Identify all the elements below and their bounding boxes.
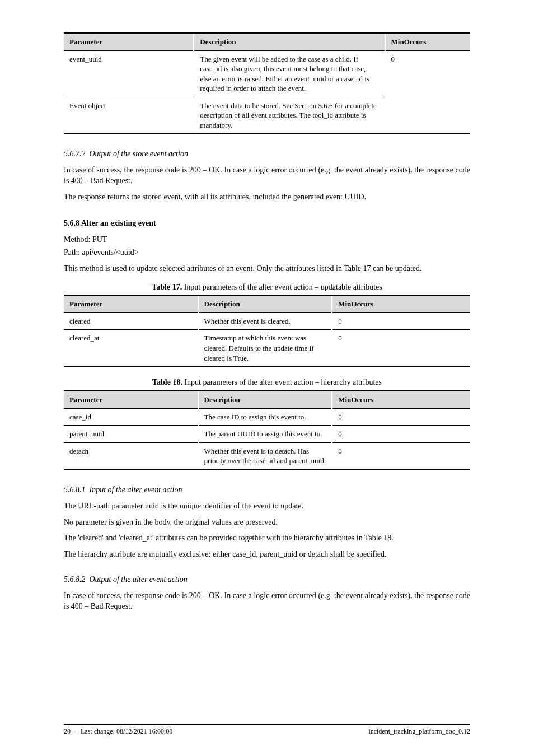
cell: 0: [332, 408, 470, 426]
caption-bold: Table 18.: [152, 378, 182, 386]
paragraph: In case of success, the response code is…: [64, 165, 470, 186]
caption-rest: Input parameters of the alter event acti…: [182, 378, 382, 386]
cell: cleared_at: [64, 330, 198, 367]
table17-caption: Table 17. Input parameters of the alter …: [64, 282, 470, 293]
section-title: Output of the store event action: [90, 150, 188, 158]
caption-rest: Input parameters of the alter event acti…: [182, 283, 382, 291]
table-header-row: Parameter Description MinOccurs: [64, 33, 470, 50]
footer-left: 20 — Last change: 08/12/2021 16:00:00: [64, 727, 172, 736]
table-row: cleared_at Timestamp at which this event…: [64, 330, 470, 367]
col-description: Description: [198, 391, 332, 408]
col-parameter: Parameter: [64, 295, 198, 312]
cell-minoccurs: 0: [385, 50, 470, 134]
section-number: 5.6.8.1: [64, 486, 86, 494]
cell-description: The event data to be stored. See Section…: [194, 97, 385, 134]
cell: parent_uuid: [64, 426, 198, 443]
caption-bold: Table 17.: [152, 283, 182, 291]
table-store-event-params: Parameter Description MinOccurs event_uu…: [64, 32, 470, 134]
footer-right: incident_tracking_platform_doc_0.12: [368, 727, 470, 736]
col-parameter: Parameter: [64, 391, 198, 408]
paragraph: The response returns the stored event, w…: [64, 192, 470, 203]
footer-rule: [64, 724, 470, 725]
table-row: detach Whether this event is to detach. …: [64, 442, 470, 470]
col-parameter: Parameter: [64, 33, 194, 50]
table-header-row: Parameter Description MinOccurs: [64, 295, 470, 312]
cell-parameter: event_uuid: [64, 50, 194, 97]
table-row: parent_uuid The parent UUID to assign th…: [64, 426, 470, 443]
cell-parameter: Event object: [64, 97, 194, 134]
cell: Timestamp at which this event was cleare…: [198, 330, 332, 367]
table-header-row: Parameter Description MinOccurs: [64, 391, 470, 408]
page-footer: 20 — Last change: 08/12/2021 16:00:00 in…: [0, 724, 534, 736]
table17: Parameter Description MinOccurs cleared …: [64, 295, 470, 367]
cell: detach: [64, 442, 198, 470]
section-number: 5.6.7.2: [64, 150, 86, 158]
cell: 0: [332, 312, 470, 330]
col-description: Description: [198, 295, 332, 312]
section-heading-alter-output: 5.6.8.2 Output of the alter event action: [64, 575, 470, 585]
cell: 0: [332, 330, 470, 367]
cell: The parent UUID to assign this event to.: [198, 426, 332, 443]
table18-caption: Table 18. Input parameters of the alter …: [64, 377, 470, 388]
table-row: case_id The case ID to assign this event…: [64, 408, 470, 426]
cell: cleared: [64, 312, 198, 330]
cell: 0: [332, 442, 470, 470]
http-path: Path: api/events/<uuid>: [64, 248, 470, 258]
cell: Whether this event is cleared.: [198, 312, 332, 330]
col-description: Description: [194, 33, 385, 50]
paragraph: The URL-path parameter uuid is the uniqu…: [64, 501, 470, 512]
http-method: Method: PUT: [64, 235, 470, 245]
cell: case_id: [64, 408, 198, 426]
section-number: 5.6.8.2: [64, 575, 86, 584]
cell: Whether this event is to detach. Has pri…: [198, 442, 332, 470]
paragraph: This method is used to update selected a…: [64, 264, 470, 274]
col-minoccurs: MinOccurs: [332, 295, 470, 312]
table-row: event_uuid The given event will be added…: [64, 50, 470, 97]
page-root: Parameter Description MinOccurs event_uu…: [0, 0, 534, 756]
paragraph: In case of success, the response code is…: [64, 591, 470, 612]
cell: 0: [332, 426, 470, 443]
section-heading-store-output: 5.6.7.2 Output of the store event action: [64, 149, 470, 160]
paragraph: The hierarchy attribute are mutually exc…: [64, 549, 470, 560]
col-minoccurs: MinOccurs: [332, 391, 470, 408]
col-minoccurs: MinOccurs: [385, 33, 470, 50]
section-heading-alter: 5.6.8 Alter an existing event: [64, 218, 470, 229]
section-title: Output of the alter event action: [90, 575, 188, 584]
cell-description: The given event will be added to the cas…: [194, 50, 385, 97]
paragraph: The 'cleared' and 'cleared_at' attribute…: [64, 533, 470, 544]
section-heading-alter-input: 5.6.8.1 Input of the alter event action: [64, 485, 470, 496]
section-title: Input of the alter event action: [90, 486, 182, 494]
table18: Parameter Description MinOccurs case_id …: [64, 390, 470, 470]
table-row: cleared Whether this event is cleared. 0: [64, 312, 470, 330]
paragraph: No parameter is given in the body, the o…: [64, 517, 470, 528]
cell: The case ID to assign this event to.: [198, 408, 332, 426]
